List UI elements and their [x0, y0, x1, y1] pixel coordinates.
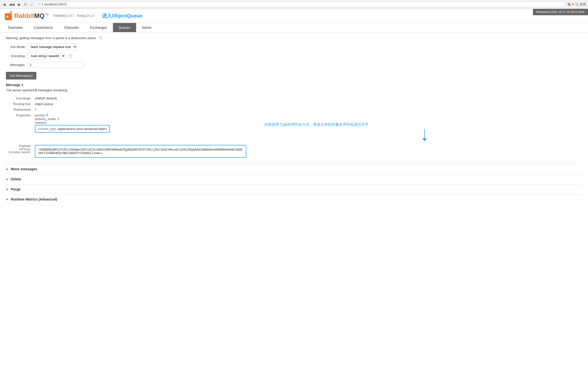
remaining-suffix: messages remaining. [37, 88, 68, 92]
encoding-row: Encoding: Auto string / base64base64stri… [6, 53, 582, 59]
exchange-value: (AMQP default) [33, 95, 250, 101]
bookmark-icon[interactable]: 🔖 [567, 2, 571, 6]
logo-tm: TM [45, 13, 48, 16]
payload-label-cell: Payload 109 bytes Encoding: base64 [6, 143, 33, 159]
purge-section: ► Purge [6, 184, 582, 194]
payload-encoding: Encoding: base64 [8, 151, 30, 154]
runtime-metrics-section: ► Runtime Metrics (Advanced) [6, 194, 582, 204]
delete-collapse-icon: ► [6, 177, 9, 181]
logo-text: RabbitMQTM [14, 12, 48, 20]
delete-section: ► Delete [6, 174, 582, 184]
delivery-mode-value: 2 [58, 117, 59, 121]
headers-box: content_type: application/x-java-seriali… [35, 125, 110, 133]
message-details-table: Exchange (AMQP default) Routing Key obje… [6, 95, 582, 159]
delete-header[interactable]: ► Delete [6, 177, 582, 181]
annotation-arrow [269, 129, 580, 142]
nav-forward-btn[interactable]: ▶ [17, 2, 22, 7]
refresh-btn[interactable]: ↻ [23, 2, 28, 7]
home-btn[interactable]: ⌂ [29, 2, 33, 7]
headers-row: headers: [35, 121, 248, 125]
move-messages-label: Move messages [11, 167, 37, 171]
nav-back-btn[interactable]: ◀ [2, 2, 7, 7]
runtime-metrics-collapse-icon: ► [6, 198, 9, 201]
properties-label: Properties [6, 112, 33, 143]
move-messages-section: ► Move messages [6, 164, 582, 174]
properties-row: Properties priority: 0 delivery_mode: 2 … [6, 112, 582, 143]
version-info: RabbitMQ 3.9.7 Erlang 24.1.2 [53, 14, 94, 17]
messages-input[interactable] [28, 62, 84, 68]
warning-help-btn[interactable]: ? [99, 36, 103, 40]
ack-mode-select[interactable]: Nack message requeue trueAck message rem… [28, 44, 77, 50]
runtime-metrics-label: Runtime Metrics (Advanced) [11, 197, 57, 201]
nav-back-btn2[interactable]: ◀◀ [8, 2, 15, 7]
logo-rabbit: Rabbit [14, 12, 34, 19]
exchange-row: Exchange (AMQP default) [6, 95, 582, 101]
ack-mode-label: Ack Mode: [6, 45, 26, 49]
logo-mq: MQ [34, 12, 44, 19]
exchange-label: Exchange [6, 95, 33, 101]
annotation-text: 内部使用了jdk的序列化方式，将发过来的对象先序列化成为字节 [264, 122, 580, 127]
purge-collapse-icon: ► [6, 187, 9, 191]
browser-chrome: ◀ ◀◀ ▶ ↻ ⌂ 🛡 ℹ localhost:15672 🔖 ▾ 🔍 使用 [0, 0, 588, 9]
messages-remaining: The server reported 0 messages remaining… [6, 88, 582, 92]
tab-admin[interactable]: Admin [136, 23, 157, 32]
info-icon: ℹ [42, 3, 43, 6]
priority-label: priority: [35, 113, 45, 117]
tab-overview[interactable]: Overview [2, 23, 28, 32]
erlang-version: Erlang 24.1.2 [77, 14, 94, 17]
encoding-select[interactable]: Auto string / base64base64string [28, 53, 65, 59]
messages-label: Messages: [6, 63, 26, 67]
refresh-status[interactable]: Refreshed 2021-10-17 15:38:02 Refr [533, 9, 588, 15]
section-divider [6, 161, 582, 161]
payload-value-cell: rOOABXNyABFqYXZhLnV0aWwuSGFzaE1hcAUH2sHD… [33, 143, 582, 159]
messages-row: Messages: [6, 62, 582, 68]
move-messages-header[interactable]: ► Move messages [6, 167, 582, 171]
encoding-help-btn[interactable]: ? [68, 54, 72, 58]
app-header: RabbitMQTM RabbitMQ 3.9.7 Erlang 24.1.2 … [0, 9, 588, 23]
content-type-value: application/x-java-serialized-object [58, 127, 107, 131]
routing-key-label: Routing Key [6, 101, 33, 107]
message-heading: Message 1 [6, 83, 582, 87]
warning-section: Warning: getting messages from a queue i… [6, 36, 582, 40]
delivery-mode-label: delivery_mode: [35, 117, 57, 121]
get-messages-button[interactable]: Get Message(s) [6, 72, 36, 79]
priority-row: priority: 0 [35, 113, 248, 117]
arrow-down-icon [422, 129, 427, 141]
search-icon[interactable]: 🔍 [575, 2, 579, 6]
runtime-metrics-header[interactable]: ► Runtime Metrics (Advanced) [6, 197, 582, 201]
purge-header[interactable]: ► Purge [6, 187, 582, 191]
url-text: localhost:15672 [44, 2, 67, 6]
headers-label: headers: [35, 121, 47, 125]
redelivered-row: Redelivered • [6, 107, 582, 112]
redelivered-label: Redelivered [6, 107, 33, 112]
url-bar[interactable]: 🛡 ℹ localhost:15672 [35, 1, 566, 7]
payload-bytes: 109 bytes [8, 148, 30, 151]
purge-label: Purge [11, 187, 21, 191]
menu-icon[interactable]: ▾ [572, 2, 574, 6]
remaining-prefix: The server reported [6, 88, 35, 92]
logo: RabbitMQTM [5, 11, 48, 20]
main-content: Warning: getting messages from a queue i… [0, 32, 588, 208]
tab-channels[interactable]: Channels [59, 23, 84, 32]
content-type-label: content_type: [38, 127, 57, 131]
enter-queue-link[interactable]: 进入ObjectQueue [102, 13, 142, 19]
move-messages-collapse-icon: ► [6, 167, 9, 171]
content-type-row: content_type: application/x-java-seriali… [38, 127, 107, 131]
ack-mode-row: Ack Mode: Nack message requeue trueAck m… [6, 44, 582, 50]
encoding-label: Encoding: [6, 54, 26, 58]
refresh-abbr: Refr [579, 10, 585, 14]
user-icon[interactable]: 使用 [580, 2, 586, 7]
rabbit-logo-icon [5, 11, 14, 20]
tab-connections[interactable]: Connections [28, 23, 59, 32]
warning-text: Warning: getting messages from a queue i… [6, 36, 97, 40]
svg-rect-2 [10, 12, 11, 14]
redelivered-value: • [33, 107, 250, 112]
tab-queues[interactable]: Queues [113, 23, 136, 32]
delete-label: Delete [11, 177, 21, 181]
payload-row: Payload 109 bytes Encoding: base64 rOOAB… [6, 143, 582, 159]
delivery-mode-row: delivery_mode: 2 [35, 117, 248, 121]
priority-value: 0 [46, 113, 48, 117]
tab-exchanges[interactable]: Exchanges [84, 23, 113, 32]
remaining-count: 0 [35, 88, 37, 92]
rabbitmq-version: RabbitMQ 3.9.7 [53, 14, 74, 17]
